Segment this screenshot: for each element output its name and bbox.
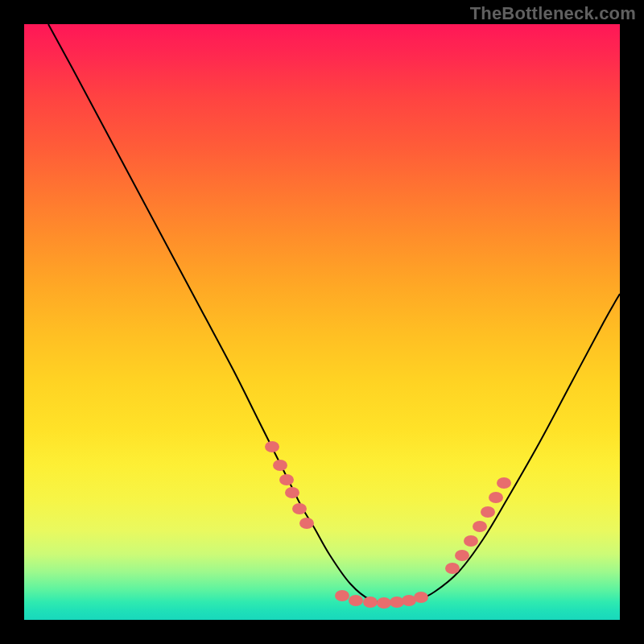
data-marker — [464, 535, 478, 547]
data-marker — [455, 550, 469, 561]
data-marker — [445, 563, 460, 574]
data-marker — [481, 506, 495, 518]
data-marker — [489, 492, 503, 503]
data-marker — [363, 597, 378, 608]
chart-stage: TheBottleneck.com — [0, 0, 644, 644]
curve-layer — [24, 24, 620, 620]
watermark-text: TheBottleneck.com — [470, 3, 636, 24]
data-marker — [285, 487, 299, 498]
data-marker — [349, 595, 363, 606]
plot-area — [24, 24, 620, 620]
data-marker — [292, 503, 307, 514]
data-marker — [273, 460, 287, 471]
data-marker — [377, 597, 391, 609]
data-marker — [299, 518, 314, 529]
data-marker — [497, 477, 511, 489]
data-marker — [265, 441, 279, 452]
data-marker — [390, 597, 404, 608]
data-marker — [335, 590, 349, 601]
data-marker — [473, 521, 487, 532]
bottleneck-curve — [48, 24, 620, 604]
data-markers — [265, 441, 511, 609]
data-marker — [414, 592, 428, 603]
data-marker — [279, 474, 294, 485]
